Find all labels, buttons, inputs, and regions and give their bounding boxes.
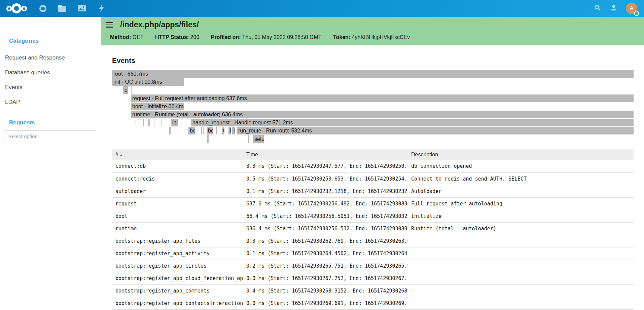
timeline-bar: root - 660.7ms: [112, 70, 634, 78]
timeline-bar: boot - Initialize 66.4ms: [131, 103, 184, 110]
avatar-letter: A: [630, 5, 634, 11]
logo-circle-right: [21, 6, 27, 11]
timeline-bar: run_route - Run route 532.4ms: [237, 127, 634, 134]
http-status-value: 200: [190, 34, 200, 40]
status-online-icon: [634, 11, 639, 16]
token-value: 4yhKlBHkjpHVkjFxcCEv: [352, 34, 410, 40]
table-row: request637.6 ms (Start: 1651742930256.49…: [112, 197, 634, 210]
table-row: boot66.4 ms (Start: 1651742930256.5051, …: [112, 210, 634, 222]
events-table-body: connect:db3.3 ms (Start: 1651742930247.5…: [112, 160, 634, 309]
files-app-icon[interactable]: [58, 4, 67, 13]
sidebar: Categories Request and ResponseDatabase …: [0, 17, 101, 310]
timeline-bar: ini: [171, 119, 178, 126]
timeline-bar: [205, 127, 205, 134]
column-header-description[interactable]: Description: [408, 149, 634, 160]
table-row: bootstrap:register_app_activity0.1 ms (S…: [112, 247, 634, 260]
timeline-bar: [248, 135, 249, 143]
column-header-name[interactable]: #▲: [112, 149, 243, 160]
timeline-bar: [203, 127, 204, 134]
table-row: bootstrap:register_app_files0.3 ms (Star…: [112, 235, 634, 247]
avatar[interactable]: A: [626, 3, 637, 14]
events-table: #▲ Time Description connect:db3.3 ms (St…: [112, 149, 634, 310]
timeline-bar: l: [232, 127, 235, 134]
timeline-bar: bo: [188, 127, 195, 134]
timeline-bar: [148, 119, 149, 126]
timeline-bar: t: [222, 127, 224, 134]
timeline-bar: request - Full request after autoloading…: [131, 94, 634, 102]
sort-asc-icon: ▲: [119, 153, 123, 157]
timeline-bar: [218, 127, 218, 134]
timeline-bar: [162, 119, 162, 126]
timeline-bar: [154, 119, 154, 126]
sidebar-item-request-and-response[interactable]: Request and Response: [5, 50, 96, 65]
timeline-bar: [149, 119, 150, 126]
method-value: GET: [133, 34, 144, 40]
timeline-bar: init - OC::init 90.8ms: [112, 78, 184, 86]
table-row: bootstrap:register_app_comments0.4 ms (S…: [112, 284, 634, 297]
menu-icon[interactable]: [106, 22, 113, 28]
profiled-on-label: Profiled on:: [211, 34, 241, 40]
table-row: bootstrap:register_app_contactsinteracti…: [112, 297, 634, 309]
timeline-bar: [216, 127, 217, 134]
sidebar-item-events[interactable]: Events: [5, 80, 96, 95]
timeline-bar: [140, 119, 140, 126]
timeline-bar: c: [123, 86, 128, 94]
top-bar: A: [0, 0, 644, 17]
search-icon[interactable]: [594, 4, 601, 12]
sidebar-category-list: Request and ResponseDatabase queriesEven…: [5, 50, 96, 110]
sidebar-item-database-queries[interactable]: Database queries: [5, 65, 96, 80]
method-label: Method:: [110, 34, 131, 40]
timeline-bar: setup: [253, 135, 264, 143]
request-meta: Method: GET HTTP Status: 200 Profiled on…: [110, 34, 420, 40]
table-row: connect:redis0.5 ms (Start: 165174293025…: [112, 172, 634, 185]
sidebar-item-ldap[interactable]: LDAP: [5, 95, 96, 110]
page-title: /index.php/apps/files/: [120, 20, 199, 29]
timeline-bar: [143, 119, 144, 126]
photos-app-icon[interactable]: [77, 4, 86, 13]
timeline-bar: bc: [207, 127, 213, 134]
categories-heading: Categories: [9, 38, 39, 44]
main-content: /index.php/apps/files/ Method: GET HTTP …: [101, 17, 644, 310]
events-timeline: root - 660.7msinit - OC::init 90.8mscreq…: [112, 70, 634, 144]
table-row: connect:db3.3 ms (Start: 1651742930247.5…: [112, 160, 634, 172]
request-summary-header: /index.php/apps/files/ Method: GET HTTP …: [101, 17, 644, 45]
timeline-bar: handle_request - Handle request 571.2ms: [191, 119, 634, 126]
table-row: runtime636.4 ms (Start: 1651742930256.51…: [112, 222, 634, 235]
timeline-bar: [201, 127, 202, 134]
events-heading: Events: [112, 56, 135, 65]
timeline-bar: l: [228, 127, 231, 134]
logo-circle-center: [11, 3, 22, 13]
timeline-bar: [146, 119, 146, 126]
timeline-bar: [220, 127, 220, 134]
profiled-on-value: Thu, 05 May 2022 09:28:50 GMT: [242, 34, 322, 40]
token-label: Token:: [333, 34, 350, 40]
table-row: bootstrap:register_app_circles0.2 ms (St…: [112, 260, 634, 272]
nextcloud-logo-icon[interactable]: [5, 3, 28, 14]
contacts-icon[interactable]: [610, 4, 617, 12]
timeline-bar: runtime - Runtime (total - autoloader) 6…: [131, 111, 634, 118]
table-row: bootstrap:register_app_cloud_federation_…: [112, 272, 634, 284]
circles-app-icon[interactable]: [38, 4, 47, 13]
timeline-bar: [131, 86, 132, 94]
activity-app-icon[interactable]: [97, 4, 106, 13]
table-header-row: #▲ Time Description: [112, 149, 634, 160]
requests-select[interactable]: [4, 130, 97, 142]
timeline-bar: [207, 135, 209, 143]
requests-heading: Requests: [9, 119, 35, 126]
http-status-label: HTTP Status:: [155, 34, 189, 40]
column-header-time[interactable]: Time: [243, 149, 408, 160]
table-row: autoloader0.1 ms (Start: 1651742930232.1…: [112, 185, 634, 197]
timeline-bar: [136, 119, 136, 126]
timeline-bar: [169, 127, 171, 134]
